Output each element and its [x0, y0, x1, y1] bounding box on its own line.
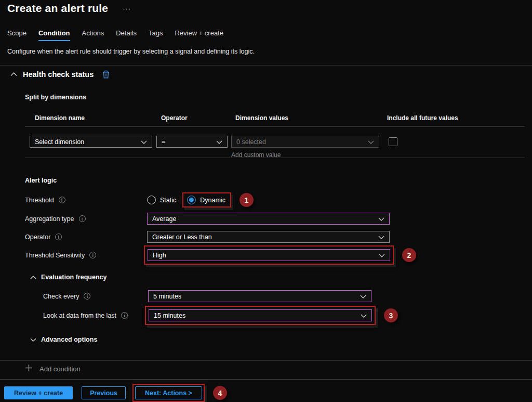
tab-review-create[interactable]: Review + create — [175, 29, 223, 41]
page-header: Create an alert rule ··· — [7, 2, 131, 15]
lookback-label-group: Look at data from the last — [43, 312, 148, 319]
check-every-select[interactable]: 5 minutes — [148, 290, 371, 302]
annotation-box-1: Dynamic — [182, 192, 231, 208]
lookback-label: Look at data from the last — [43, 312, 116, 319]
tab-scope[interactable]: Scope — [7, 29, 26, 41]
column-header-operator: Operator — [161, 114, 188, 122]
chevron-down-icon — [216, 138, 222, 146]
threshold-sensitivity-label-group: Threshold Sensitivity — [25, 252, 147, 259]
evaluation-frequency-heading: Evaluation frequency — [41, 274, 107, 281]
aggregation-type-label: Aggregation type — [25, 215, 74, 223]
threshold-radio-group: Static Dynamic 1 — [147, 192, 254, 208]
tab-tags[interactable]: Tags — [149, 29, 163, 41]
create-alert-rule-page: Create an alert rule ··· Scope Condition… — [0, 0, 532, 402]
tab-condition[interactable]: Condition — [38, 29, 70, 41]
info-icon[interactable] — [84, 293, 90, 300]
column-header-dimension-name: Dimension name — [35, 114, 85, 122]
threshold-static-radio[interactable]: Static — [147, 196, 176, 204]
threshold-sensitivity-row: Threshold Sensitivity High 2 — [25, 245, 416, 265]
dimension-name-value: Select dimension — [35, 138, 84, 146]
section-divider — [0, 65, 532, 66]
annotation-box-2: High — [144, 245, 394, 265]
aggregation-type-select[interactable]: Average — [147, 213, 390, 225]
lookback-select[interactable]: 15 minutes — [149, 309, 372, 321]
check-every-label-group: Check every — [43, 293, 148, 300]
threshold-dynamic-radio[interactable]: Dynamic — [187, 196, 225, 204]
chevron-down-icon — [360, 293, 366, 300]
column-header-include-future-values: Include all future values — [387, 114, 458, 122]
threshold-sensitivity-select[interactable]: High — [148, 249, 390, 261]
wizard-tab-bar: Scope Condition Actions Details Tags Rev… — [7, 29, 223, 41]
tab-description: Configure when the alert rule should tri… — [7, 48, 255, 55]
chevron-down-icon — [361, 312, 367, 319]
lookback-row: Look at data from the last 15 minutes 3 — [25, 306, 398, 325]
info-icon[interactable] — [55, 234, 62, 240]
alert-logic-heading: Alert logic — [25, 177, 57, 184]
operator-label: Operator — [25, 234, 50, 241]
lookback-value: 15 minutes — [154, 312, 185, 319]
chevron-up-icon[interactable] — [30, 276, 36, 279]
threshold-sensitivity-label: Threshold Sensitivity — [25, 252, 85, 259]
aggregation-type-value: Average — [152, 215, 176, 223]
chevron-up-icon[interactable] — [10, 72, 17, 76]
delete-condition-button[interactable] — [99, 70, 110, 79]
advanced-options-heading: Advanced options — [41, 336, 97, 343]
split-by-dimensions-heading: Split by dimensions — [25, 94, 86, 101]
plus-icon — [25, 364, 33, 373]
annotation-box-3: 15 minutes — [145, 306, 376, 325]
table-row-divider — [25, 158, 525, 158]
threshold-static-label: Static — [160, 197, 176, 204]
page-title: Create an alert rule — [7, 2, 108, 15]
tab-actions[interactable]: Actions — [82, 29, 104, 41]
chevron-down-icon[interactable] — [30, 338, 36, 342]
annotation-badge-4: 4 — [213, 386, 227, 400]
dimension-name-select[interactable]: Select dimension — [30, 136, 152, 148]
dimension-operator-select[interactable]: = — [156, 136, 228, 148]
info-icon[interactable] — [121, 312, 128, 319]
dimension-values-select[interactable]: 0 selected — [231, 136, 379, 148]
annotation-badge-2: 2 — [402, 248, 416, 262]
operator-label-group: Operator — [25, 234, 147, 241]
next-actions-button[interactable]: Next: Actions > — [135, 386, 202, 399]
include-future-values-checkbox[interactable] — [389, 137, 397, 146]
threshold-dynamic-label: Dynamic — [200, 197, 225, 204]
annotation-badge-3: 3 — [384, 308, 398, 322]
annotation-badge-1: 1 — [240, 193, 254, 207]
column-header-dimension-values: Dimension values — [235, 114, 288, 122]
previous-button[interactable]: Previous — [82, 386, 126, 399]
more-options-icon[interactable]: ··· — [123, 5, 131, 12]
info-icon[interactable] — [89, 252, 96, 258]
threshold-label-group: Threshold — [25, 197, 147, 204]
aggregation-type-row: Aggregation type Average — [25, 211, 390, 226]
operator-row: Operator Greater or Less than — [25, 229, 390, 244]
chevron-down-icon — [141, 138, 147, 146]
threshold-row: Threshold Static Dynamic 1 — [25, 191, 254, 209]
condition-title: Health check status — [23, 70, 94, 79]
table-header-divider — [25, 126, 525, 127]
chevron-down-icon — [379, 252, 385, 259]
threshold-label: Threshold — [25, 197, 54, 204]
check-every-value: 5 minutes — [153, 293, 181, 300]
chevron-down-icon — [378, 215, 384, 223]
add-condition-button[interactable]: Add condition — [25, 364, 81, 373]
dimension-values-value: 0 selected — [236, 138, 266, 146]
wizard-footer: Review + create Previous Next: Actions >… — [4, 384, 227, 402]
info-icon[interactable] — [79, 215, 86, 222]
trash-icon — [102, 72, 110, 80]
review-create-button[interactable]: Review + create — [4, 386, 73, 399]
tab-details[interactable]: Details — [116, 29, 137, 41]
operator-value: Greater or Less than — [152, 234, 212, 241]
dimension-operator-value: = — [162, 138, 165, 146]
radio-unselected-icon — [147, 196, 156, 204]
operator-select[interactable]: Greater or Less than — [147, 231, 390, 243]
threshold-sensitivity-value: High — [153, 252, 166, 259]
evaluation-frequency-header: Evaluation frequency — [30, 274, 107, 281]
footer-divider — [0, 379, 532, 380]
advanced-options-header: Advanced options — [30, 336, 97, 343]
annotation-box-4: Next: Actions > — [132, 384, 205, 402]
check-every-row: Check every 5 minutes — [25, 289, 371, 304]
info-icon[interactable] — [59, 197, 65, 203]
aggregation-type-label-group: Aggregation type — [25, 215, 147, 223]
chevron-down-icon — [378, 234, 384, 241]
chevron-down-icon — [368, 138, 374, 146]
